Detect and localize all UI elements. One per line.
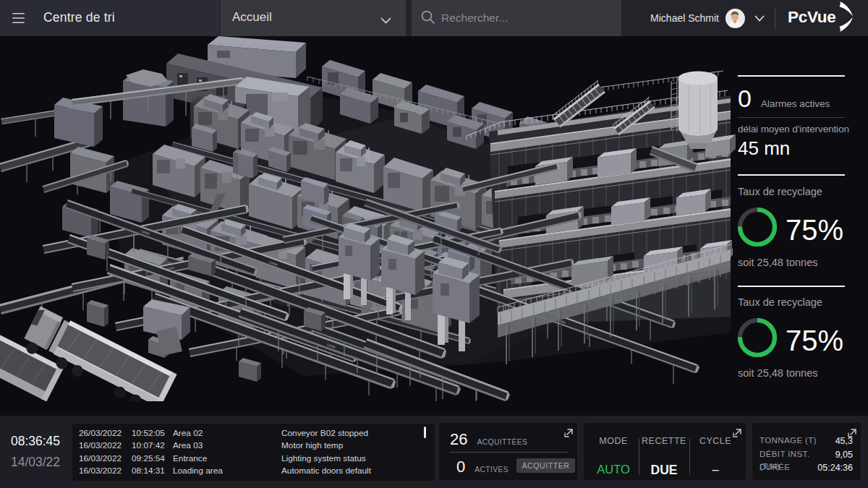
mode-panel: MODE AUTO RECETTE DUE CYCLE – [584,423,746,480]
kpi2-title: Taux de recyclage [738,296,822,308]
delay-label: délai moyen d'intervention [738,124,849,134]
acquitted-count: 26 [450,430,467,449]
cycle-column: CYCLE – [689,423,741,480]
hamburger-menu-icon[interactable] [0,0,36,36]
delay-value: 45 mn [738,138,790,160]
active-alarms-count: 0 [738,86,752,111]
mode-column: MODE AUTO [584,423,643,480]
topbar-separator [775,9,775,28]
debit-value: 9,05 [835,450,853,460]
top-bar: Centre de tri Accueil Rechercher... Mich… [0,0,868,36]
duree-label: DURÉE [760,463,790,471]
kpi1-title: Taux de recyclage [738,186,822,197]
kpi2-divider [738,286,845,287]
alarm-message: Motor high temp [281,440,343,450]
alarm-time: 10:52:05 [132,428,165,438]
alarm-area: Loading area [173,466,223,476]
acquitted-label: ACQUITTÉES [477,438,527,446]
alarm-area: Entrance [173,453,207,463]
mode-label: MODE [584,436,643,446]
alarm-date: 16/03/2022 [79,466,122,476]
alarm-row[interactable]: 16/03/2022 10:07:42 Area 03 Motor high t… [72,440,435,453]
acknowledge-panel: 26 ACQUITTÉES 0 ACTIVES ACQUITTER [439,423,577,480]
alarm-area: Area 02 [173,428,203,438]
cycle-label: CYCLE [689,436,741,446]
nav-selected-label: Accueil [232,10,272,25]
search-placeholder: Rechercher... [441,12,508,25]
nav-dropdown[interactable]: Accueil [221,0,406,36]
alarm-row[interactable]: 16/03/2022 09:25:54 Entrance Lighting sy… [72,453,435,466]
clock-date: 14/03/22 [7,455,64,470]
app-title: Centre de tri [43,10,115,25]
ack-divider [449,452,568,453]
topbar-left-section: Centre de tri [0,0,220,36]
alarm-date: 16/03/2022 [79,453,122,463]
alarm-time: 10:07:42 [132,440,165,450]
active-count: 0 [456,458,465,476]
recette-value: DUE [639,463,689,478]
active-alarms-label: Alarmes actives [761,98,830,109]
clock-time: 08:36:45 [7,434,64,449]
avatar[interactable] [726,9,745,28]
acquit-button[interactable]: ACQUITTER [516,458,575,473]
kpi2-percent: 75% [786,326,843,355]
alarm-message: Lighting system status [281,453,366,463]
recette-label: RECETTE [639,436,689,446]
alarm-time: 09:25:54 [132,453,165,463]
duree-value: 05:24:36 [817,463,853,473]
production-panel: TONNAGE (T) 45,3 DÉBIT INST. 9,05 (T/H) … [752,423,861,480]
debit-label: DÉBIT INST. [760,450,809,458]
mode-value: AUTO [584,463,643,476]
alarm-time: 08:14:31 [132,466,165,476]
chevron-down-icon [380,14,391,27]
user-name: Michael Schmit [650,12,719,24]
alarm-message: Automatic doors default [281,466,371,476]
active-label: ACTIVES [475,466,509,474]
expand-icon[interactable] [848,427,856,436]
search-icon [421,10,435,27]
recette-column: RECETTE DUE [639,423,689,480]
kpi1-ring [737,207,778,250]
cycle-value: – [689,463,741,476]
user-area: Michael Schmit PcVue [650,0,868,36]
svg-text:PcVue: PcVue [788,8,835,26]
tonnage-label: TONNAGE (T) [760,436,817,445]
kpi2-ring [737,317,778,361]
kpi1-percent: 75% [786,215,843,244]
footer-bar: 08:36:45 14/03/22 26/03/2022 10:52:05 Ar… [0,416,868,488]
pcvue-logo: PcVue [788,0,854,36]
user-chevron-down-icon[interactable] [754,12,765,25]
kpi1-divider [738,174,845,176]
alarm-scrollbar[interactable] [424,427,426,438]
tonnage-value: 45,3 [835,436,853,446]
alarm-row[interactable]: 16/03/2022 08:14:31 Loading area Automat… [72,465,435,478]
stats-divider-thin [738,117,845,118]
alarm-row[interactable]: 26/03/2022 10:52:05 Area 02 Conveyor B02… [72,427,435,440]
stats-divider-top [738,75,845,77]
stats-sidebar: 0 Alarmes actives délai moyen d'interven… [731,36,868,416]
alarm-date: 16/03/2022 [79,440,122,450]
kpi1-subtitle: soit 25,48 tonnes [738,257,817,268]
alarm-area: Area 03 [173,440,203,450]
kpi2-subtitle: soit 25,48 tonnes [738,367,817,379]
alarm-date: 26/03/2022 [79,428,122,438]
alarm-list-panel: 26/03/2022 10:52:05 Area 02 Conveyor B02… [72,424,435,481]
search-box[interactable]: Rechercher... [412,0,621,36]
expand-icon[interactable] [564,427,573,436]
alarm-table: 26/03/2022 10:52:05 Area 02 Conveyor B02… [72,427,435,478]
alarm-message: Conveyor B02 stopped [281,428,368,438]
